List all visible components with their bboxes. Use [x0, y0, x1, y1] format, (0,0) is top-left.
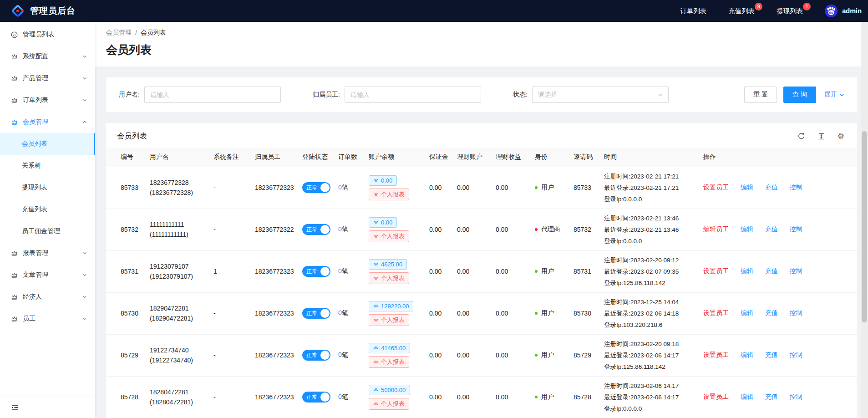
sidebar-item-staff[interactable]: 员工: [0, 308, 95, 330]
refresh-icon[interactable]: [797, 133, 805, 140]
personal-report-badge[interactable]: 个人报表: [369, 189, 409, 200]
reset-button[interactable]: 重 置: [744, 87, 777, 103]
cell-username: 18280472281 (18280472281): [146, 376, 210, 418]
status-toggle[interactable]: 正常: [302, 392, 330, 403]
username-input[interactable]: [144, 87, 281, 103]
recharge-link[interactable]: 充值: [765, 184, 778, 191]
edit-link[interactable]: 编辑: [741, 225, 753, 233]
set-staff-link[interactable]: 设置员工: [703, 351, 729, 358]
personal-report-badge[interactable]: 个人报表: [369, 230, 409, 242]
control-link[interactable]: 控制: [790, 309, 802, 316]
col-remark: 系统备注: [210, 148, 251, 167]
personal-report-badge[interactable]: 个人报表: [369, 314, 409, 326]
sidebar-item-admin-list[interactable]: 管理员列表: [0, 24, 95, 46]
filter-username: 用户名:: [119, 87, 281, 103]
edit-link[interactable]: 编辑: [741, 184, 753, 191]
status-toggle[interactable]: 正常: [302, 308, 330, 319]
sidebar-menu: 管理员列表 系统配置 产品管理: [0, 22, 95, 397]
cell-finance-profit: 0.00: [492, 250, 531, 292]
cell-staff: 18236772323: [251, 167, 299, 209]
staff-input[interactable]: [345, 87, 481, 103]
sidebar-subitem-staff-commission[interactable]: 员工佣金管理: [0, 220, 95, 242]
sidebar-item-system-config[interactable]: 系统配置: [0, 46, 95, 67]
topnav-withdraw-list[interactable]: 提现列表 1: [777, 7, 803, 15]
sidebar-subitem-relation-tree[interactable]: 关系树: [0, 155, 95, 177]
personal-report-badge[interactable]: 个人报表: [369, 398, 409, 410]
balance-badge[interactable]: 0.00: [369, 217, 397, 228]
col-finance-profit: 理财收益: [492, 148, 531, 167]
crown-icon: [11, 250, 18, 257]
balance-badge[interactable]: 0.00: [369, 175, 397, 186]
sidebar-item-label: 系统配置: [23, 52, 77, 61]
eye-icon: [373, 275, 379, 281]
control-link[interactable]: 控制: [790, 393, 802, 400]
sidebar-item-member-mgmt[interactable]: 会员管理: [0, 111, 95, 133]
cell-actions: 设置员工 编辑 充值 控制: [700, 167, 857, 209]
scrollbar-thumb[interactable]: [862, 131, 867, 322]
sidebar-subitem-member-list[interactable]: 会员列表: [0, 133, 95, 155]
recharge-link[interactable]: 充值: [765, 225, 778, 233]
sidebar-item-broker[interactable]: 经济人: [0, 286, 95, 308]
menu-fold-icon: [11, 403, 19, 412]
sidebar-subitem-recharge-list[interactable]: 充值列表: [0, 199, 95, 220]
cell-id: 85732: [106, 209, 146, 250]
status-toggle[interactable]: 正常: [302, 350, 330, 361]
sidebar-subitem-withdraw-list[interactable]: 提现列表: [0, 177, 95, 199]
edit-link[interactable]: 编辑: [741, 267, 753, 275]
status-toggle[interactable]: 正常: [302, 266, 330, 277]
sidebar-collapse-button[interactable]: [0, 397, 95, 418]
crown-icon: [11, 75, 18, 82]
balance-badge[interactable]: 129220.00: [369, 301, 413, 311]
topnav-recharge-list[interactable]: 充值列表 9: [728, 7, 755, 15]
eye-icon: [373, 387, 379, 393]
set-staff-link[interactable]: 设置员工: [703, 184, 729, 191]
expand-link[interactable]: 展开: [824, 91, 844, 99]
user-menu[interactable]: du admin: [825, 5, 862, 17]
cell-actions: 设置员工 编辑 充值 控制: [700, 250, 857, 292]
recharge-link[interactable]: 充值: [765, 309, 778, 316]
personal-report-badge[interactable]: 个人报表: [369, 272, 409, 284]
edit-link[interactable]: 编辑: [741, 351, 753, 358]
topnav-order-list[interactable]: 订单列表: [680, 7, 706, 15]
set-staff-link[interactable]: 设置员工: [703, 267, 729, 275]
breadcrumb-parent[interactable]: 会员管理: [106, 29, 132, 37]
cell-actions: 设置员工 编辑 充值 控制: [700, 376, 857, 418]
table-row: 85728 18280472281 (18280472281) - 182367…: [106, 376, 857, 418]
status-toggle[interactable]: 正常: [302, 224, 330, 235]
set-staff-link[interactable]: 设置员工: [703, 309, 729, 316]
control-link[interactable]: 控制: [790, 351, 802, 358]
chevron-up-icon: [82, 120, 87, 124]
gear-icon[interactable]: ⚙: [838, 133, 844, 140]
col-login-status: 登陆状态: [299, 148, 335, 167]
search-button[interactable]: 查 询: [783, 87, 816, 103]
recharge-link[interactable]: 充值: [765, 351, 778, 358]
status-select[interactable]: 请选择: [532, 87, 669, 103]
topnav-order-list-label: 订单列表: [680, 7, 706, 15]
recharge-link[interactable]: 充值: [765, 393, 778, 400]
balance-badge[interactable]: 50000.00: [369, 385, 410, 395]
column-height-icon[interactable]: [817, 133, 825, 140]
set-staff-link[interactable]: 编辑员工: [703, 225, 729, 233]
control-link[interactable]: 控制: [790, 225, 802, 233]
balance-badge[interactable]: 4625.00: [369, 259, 407, 270]
sidebar-item-product-mgmt[interactable]: 产品管理: [0, 67, 95, 89]
cell-margin: 0.00: [426, 250, 453, 292]
edit-link[interactable]: 编辑: [741, 393, 753, 400]
control-link[interactable]: 控制: [790, 267, 802, 275]
sidebar-item-label: 员工: [23, 315, 77, 323]
vertical-scrollbar[interactable]: [861, 22, 868, 418]
sidebar-subitem-label: 提现列表: [22, 184, 47, 192]
sidebar-item-order-list[interactable]: 订单列表: [0, 89, 95, 111]
control-link[interactable]: 控制: [790, 184, 802, 191]
sidebar-item-report-mgmt[interactable]: 报表管理: [0, 242, 95, 264]
recharge-link[interactable]: 充值: [765, 267, 778, 275]
set-staff-link[interactable]: 设置员工: [703, 393, 729, 400]
sidebar-item-article-mgmt[interactable]: 文章管理: [0, 264, 95, 286]
edit-link[interactable]: 编辑: [741, 309, 753, 316]
app-logo[interactable]: 管理员后台: [11, 4, 76, 18]
cell-remark: -: [210, 292, 251, 334]
cell-invite-code: 85730: [570, 292, 600, 334]
status-toggle[interactable]: 正常: [302, 182, 330, 193]
personal-report-badge[interactable]: 个人报表: [369, 356, 409, 368]
balance-badge[interactable]: 41465.00: [369, 343, 410, 353]
